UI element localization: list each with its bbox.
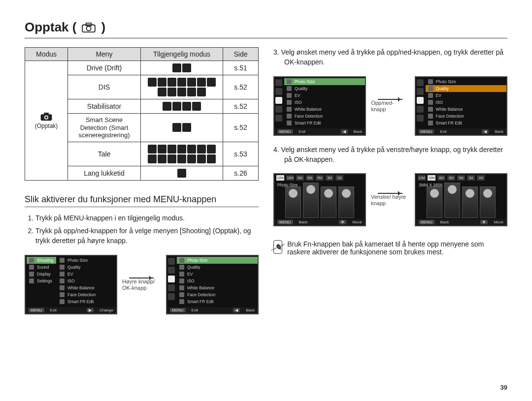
lcd-item: Face Detection: [436, 114, 464, 119]
row-icons: [141, 61, 223, 75]
lcd-foot-menu: MENU: [277, 220, 293, 224]
row-meny: Lang lukketid: [68, 166, 141, 180]
lcd-item: EV: [67, 272, 73, 277]
lcd-foot-menu: MENU: [277, 129, 293, 134]
svg-rect-4: [44, 113, 49, 115]
lcd-item: Smart FR Edit: [67, 299, 94, 304]
lcd-tab: Shooting: [37, 258, 54, 263]
lcd-foot-move: Move: [494, 220, 503, 224]
lcd-photosize: Photo Size Quality EV ISO White Balance …: [166, 255, 259, 314]
lcd-item: ISO: [67, 278, 75, 283]
lcd-item: Photo Size: [187, 258, 207, 263]
lcd-foot-menu: MENU: [419, 129, 434, 134]
mode-icon: [177, 169, 186, 178]
lcd-photo-after: 12M 10M 8M 8M 5M 3M 1M 3984 X 2656 MENUB…: [415, 173, 507, 226]
lcd-quality-sel: Photo Size Quality EV ISO White Balance …: [415, 76, 507, 136]
ti: 8M: [447, 175, 455, 181]
mode-icon: [158, 78, 166, 87]
mode-icon: [197, 145, 206, 154]
overlay-label: 3984 X 2656: [419, 183, 442, 187]
mode-icon: [177, 88, 186, 96]
mode-icon: [167, 88, 176, 96]
mode-icon: [172, 102, 181, 111]
mode-icon: [197, 78, 206, 87]
mode-icon: [177, 145, 186, 154]
mode-icon: [148, 145, 157, 154]
lcd-item: Face Detection: [67, 292, 96, 297]
lcd-foot-menu: MENU: [29, 308, 44, 312]
lcd-foot-exit: Exit: [299, 129, 305, 134]
mode-icon: [158, 88, 166, 96]
row-side: s.52: [223, 99, 259, 114]
left-column: Modus Meny Tilgjengelig modus Side (Oppt…: [25, 47, 259, 314]
title-prefix: Opptak (: [25, 20, 76, 35]
lcd-foot-exit: Exit: [50, 308, 57, 312]
mode-icon: [187, 88, 196, 96]
lcd-foot-exit: Exit: [192, 308, 198, 312]
lcd-foot-back: Back: [495, 129, 503, 134]
lcd-row-step4: 12M 10M 8M 8M 5M 3M 1M Photo Size MENUBa…: [273, 173, 507, 226]
lcd-item: ISO: [295, 100, 302, 105]
row-icons: [141, 114, 223, 142]
row-icons: [141, 99, 223, 114]
step-3: 3. Velg ønsket meny ved å trykke på opp/…: [273, 47, 507, 67]
mode-icon: [148, 78, 157, 87]
step-1: Trykk på MENU-knappen i en tilgjengelig …: [35, 213, 259, 223]
lcd-item: EV: [295, 93, 300, 98]
lcd-photosize-sel: Photo Size Quality EV ISO White Balance …: [273, 76, 366, 136]
mode-label-cell: (Opptak): [25, 61, 68, 181]
lcd-foot-back: Back: [354, 129, 363, 134]
row-meny: Stabilisator: [68, 99, 141, 114]
ti: 3M: [467, 175, 475, 181]
lcd-item: ISO: [187, 278, 195, 283]
lcd-item: EV: [187, 272, 193, 277]
step-2: Trykk på opp/ned-knappen for å velge men…: [35, 226, 259, 246]
mode-icon: [158, 145, 166, 154]
row-meny: Smart Scene Detection (Smart sceneregist…: [68, 114, 141, 142]
note-icon: ✎: [273, 240, 282, 254]
ti: 12M: [418, 175, 426, 181]
ti: 1M: [335, 175, 343, 181]
mode-icon: [182, 123, 191, 132]
lcd-row-step3: Photo Size Quality EV ISO White Balance …: [273, 76, 507, 136]
lcd-item: ISO: [436, 100, 443, 105]
row-meny: Tale: [68, 142, 141, 166]
ti: 1M: [477, 175, 485, 181]
step-4: 4. Velg ønsket meny ved å trykke på vens…: [273, 145, 507, 165]
lcd-item: Smart FR Edit: [187, 299, 213, 304]
lcd-item: Smart FR Edit: [295, 121, 321, 125]
lcd-item: Smart FR Edit: [436, 121, 462, 125]
mode-icon: [182, 102, 191, 111]
svg-point-6: [45, 116, 48, 119]
lcd-item: Photo Size: [436, 79, 456, 84]
arrow-icon: [129, 278, 154, 278]
mode-icon: [167, 78, 176, 87]
row-meny: Drive (Drift): [68, 61, 141, 75]
lcd-foot-menu: MENU: [170, 308, 186, 312]
lcd-row-step2: Shooting Sound Display Settings Photo Si…: [25, 255, 259, 314]
lcd-item: Quality: [67, 265, 80, 270]
lcd-item: Photo Size: [295, 79, 315, 84]
ti: 10M: [428, 175, 435, 181]
arrow4-caption: Venstre/ høyre knapp: [371, 194, 410, 207]
row-side: s.52: [223, 75, 259, 99]
lcd-tab: Sound: [37, 265, 49, 270]
mode-icon: [158, 154, 166, 163]
row-icons: [141, 166, 223, 180]
ti: 5M: [316, 175, 324, 181]
lcd-photo-before: 12M 10M 8M 8M 5M 3M 1M Photo Size MENUBa…: [273, 173, 366, 226]
mode-icon: [148, 154, 157, 163]
mode-icon: [177, 154, 186, 163]
mode-icon: [167, 145, 176, 154]
row-side: s.26: [223, 166, 259, 180]
mode-icon: [192, 102, 201, 111]
arrow-icon: [378, 193, 402, 194]
mode-icon: [207, 154, 216, 163]
mode-icon: [167, 154, 176, 163]
camera-icon: [40, 112, 53, 122]
lcd-tab: Settings: [37, 278, 52, 283]
lcd-item: Face Detection: [187, 292, 215, 297]
th-side: Side: [223, 48, 259, 61]
ti: 5M: [457, 175, 465, 181]
lcd-item: White Balance: [67, 285, 95, 290]
